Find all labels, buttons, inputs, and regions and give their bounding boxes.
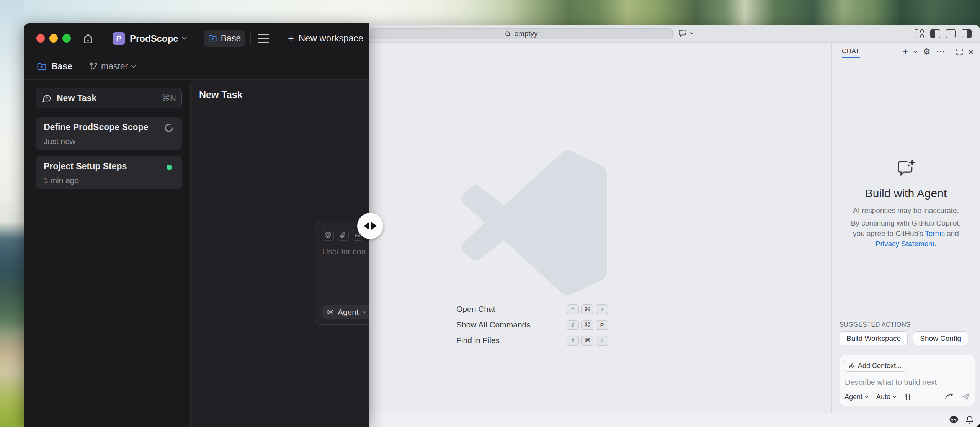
chat-composer[interactable]: Add Context... Describe what to build ne… (840, 355, 975, 406)
shortcut-row: Find in Files ⇧ ⌘ F (456, 335, 608, 345)
folder-icon (208, 34, 217, 43)
app-body: New Task ⌘N Define ProdScope Scope Just … (24, 80, 369, 427)
toggle-primary-sidebar-icon[interactable] (930, 29, 940, 38)
chat-sparkle-icon (894, 158, 918, 178)
new-task-button[interactable]: New Task ⌘N (36, 88, 182, 108)
divider (197, 33, 197, 44)
composer-placeholder[interactable]: Use/ for con (322, 247, 366, 256)
copilot-menu-button[interactable] (678, 29, 694, 38)
composer-icon-row: @ (322, 229, 364, 241)
add-context-button[interactable]: Add Context... (844, 360, 906, 372)
task-item-define-prodscope-scope[interactable]: Define ProdScope Scope Just now (36, 117, 182, 150)
workspace-tab-base[interactable]: Base (204, 30, 245, 47)
search-icon (505, 31, 511, 37)
vscode-body: Open Chat ^ ⌘ I Show All Commands ⇧ ⌘ P (369, 43, 980, 413)
privacy-link[interactable]: Privacy Statement (875, 240, 934, 248)
task-item-project-setup-steps[interactable]: Project Setup Steps 1 min ago (36, 156, 182, 189)
close-window-button[interactable] (36, 34, 45, 43)
composer-toolbar: Agent Auto (844, 391, 970, 402)
shortcut-row: Show All Commands ⇧ ⌘ P (456, 320, 608, 330)
tools-icon[interactable] (904, 393, 912, 401)
watermark-shortcut-list: Open Chat ^ ⌘ I Show All Commands ⇧ ⌘ P (456, 304, 608, 351)
at-icon: @ (324, 231, 331, 239)
copilot-status-icon[interactable] (949, 415, 959, 424)
terms-link[interactable]: Terms (925, 229, 945, 237)
divider (250, 33, 251, 44)
empty-state-title: Build with Agent (832, 187, 980, 200)
workspace-name: Base (51, 61, 72, 72)
toggle-panel-icon[interactable] (946, 29, 956, 38)
gear-icon[interactable]: ⚙ (923, 47, 931, 57)
command-center-search[interactable]: emptyy (370, 28, 673, 39)
suggested-actions: Build Workspace Show Config (840, 331, 968, 345)
keycap: ⌘ (581, 304, 593, 314)
legal-middle: and (945, 229, 959, 237)
build-workspace-button[interactable]: Build Workspace (840, 331, 908, 345)
redo-arrow-icon[interactable] (945, 393, 954, 400)
titlebar-layout-controls (915, 29, 972, 38)
prodscope-logo: P (113, 32, 125, 45)
task-sidebar: New Task ⌘N Define ProdScope Scope Just … (24, 80, 190, 427)
mention-button[interactable]: @ (322, 229, 334, 241)
agent-icon (327, 308, 334, 316)
paperclip-icon (340, 232, 346, 238)
wallpaper-left (0, 0, 24, 427)
chevron-down-icon (362, 311, 367, 314)
branch-selector[interactable]: master (89, 61, 136, 72)
new-task-bubble-icon (42, 93, 52, 103)
new-workspace-button[interactable]: + New workspace (288, 33, 363, 44)
minimize-window-button[interactable] (49, 34, 58, 43)
shortcut-label: Open Chat (456, 304, 495, 314)
task-title: Project Setup Steps (44, 161, 174, 172)
show-config-button[interactable]: Show Config (913, 331, 968, 345)
model-value: Auto (876, 393, 890, 401)
chat-empty-state: Build with Agent AI responses may be ina… (832, 158, 980, 249)
app-name[interactable]: ProdScope (130, 33, 178, 44)
task-time: Just now (44, 137, 174, 146)
new-chat-button[interactable]: + (903, 48, 908, 56)
git-branch-icon (89, 62, 98, 71)
customize-layout-icon[interactable] (915, 29, 924, 38)
mode-selector[interactable]: Agent (844, 393, 869, 401)
keycap: ⌘ (581, 336, 593, 345)
send-icon[interactable] (962, 393, 970, 401)
composer-placeholder[interactable]: Describe what to build next (845, 378, 937, 387)
bell-icon[interactable] (965, 415, 974, 424)
paperclip-icon (849, 363, 855, 369)
close-panel-icon[interactable]: × (968, 48, 974, 55)
legal-text: By continuing with GitHub Copilot, you a… (845, 218, 967, 249)
home-icon[interactable] (82, 33, 94, 45)
task-composer[interactable]: @ Use/ for con (315, 222, 369, 325)
app-titlebar: P ProdScope Base + New workspace (24, 23, 369, 54)
chevron-down-icon[interactable] (181, 36, 187, 40)
model-selector[interactable]: Auto (876, 393, 897, 401)
tab-chat[interactable]: CHAT (842, 47, 860, 55)
editor-area: Open Chat ^ ⌘ I Show All Commands ⇧ ⌘ P (369, 43, 831, 413)
new-workspace-label: New workspace (299, 33, 363, 44)
attach-button[interactable] (337, 229, 349, 241)
arrow-right-icon (371, 222, 377, 230)
spinner-icon (164, 123, 173, 133)
menu-icon[interactable] (258, 34, 270, 43)
workspace-tab-label: Base (221, 33, 241, 44)
plus-icon: + (288, 33, 294, 44)
shortcut-keys: ^ ⌘ I (567, 304, 608, 314)
vscode-window: emptyy (369, 25, 980, 427)
window-split-handle[interactable] (357, 213, 383, 239)
agent-mode-label: Agent (338, 308, 359, 317)
copilot-chat-panel: CHAT + ⚙ ⋯ × (832, 43, 980, 413)
logo-letter: P (116, 34, 121, 43)
more-actions-icon[interactable]: ⋯ (936, 48, 945, 55)
chevron-down-icon (893, 396, 897, 398)
task-title: Define ProdScope Scope (44, 122, 174, 133)
folder-icon (36, 62, 47, 71)
zoom-window-button[interactable] (62, 34, 71, 43)
toggle-secondary-sidebar-icon[interactable] (962, 29, 972, 38)
vscode-logo-watermark (461, 150, 607, 296)
agent-mode-selector[interactable]: Agent (322, 305, 369, 319)
maximize-panel-icon[interactable] (956, 49, 963, 55)
ai-disclaimer: AI responses may be inaccurate. (832, 205, 980, 216)
divider (279, 33, 279, 44)
chevron-down-icon[interactable] (913, 51, 918, 53)
add-context-label: Add Context... (858, 362, 902, 370)
